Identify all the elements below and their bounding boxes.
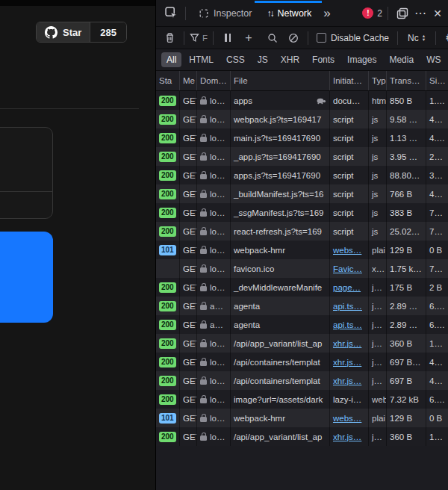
domain-cell: lo… bbox=[197, 278, 231, 297]
type-cell: htm bbox=[369, 91, 387, 110]
request-row[interactable]: 200 GET lo… /api/containers/templat xhr.… bbox=[156, 353, 448, 371]
request-row[interactable]: 200 GET lo… image?url=/assets/dark lazy-… bbox=[156, 390, 448, 409]
filter-tab-xhr[interactable]: XHR bbox=[276, 52, 305, 67]
request-row[interactable]: 200 GET lo… _app.js?ts=169417690 script … bbox=[156, 147, 448, 166]
status-cell bbox=[156, 259, 180, 278]
active-tab-indicator bbox=[255, 1, 322, 3]
type-cell: j… bbox=[369, 427, 387, 446]
error-badge-icon: ! bbox=[362, 7, 373, 19]
initiator-cell[interactable]: api.ts… bbox=[333, 320, 362, 329]
domain-text: a… bbox=[210, 320, 223, 329]
error-counter[interactable]: ! 2 bbox=[362, 7, 382, 19]
star-label: Star bbox=[63, 27, 81, 38]
initiator-cell[interactable]: webs… bbox=[333, 246, 361, 255]
request-row[interactable]: 200 GET lo… /api/app_variant/list_ap xhr… bbox=[156, 427, 448, 446]
request-row[interactable]: 200 GET lo… /api/containers/templat xhr.… bbox=[156, 371, 448, 390]
initiator-cell[interactable]: webs… bbox=[333, 414, 361, 423]
request-row[interactable]: 101 GET lo… webpack-hmr webs… plai 129 B… bbox=[156, 409, 448, 427]
separator bbox=[397, 31, 398, 45]
request-row[interactable]: 200 GET lo… /api/app_variant/list_ap xhr… bbox=[156, 334, 448, 353]
meatball-menu-button[interactable]: ⋯ bbox=[411, 4, 430, 22]
filter-tab-media[interactable]: Media bbox=[384, 52, 419, 67]
column-header[interactable]: Trans… bbox=[387, 71, 426, 90]
more-tabs-button[interactable]: » bbox=[319, 6, 335, 21]
file-text: /api/app_variant/list_ap bbox=[234, 432, 322, 441]
network-settings-button[interactable]: ⚙ bbox=[441, 29, 448, 47]
file-cell: _ssgManifest.js?ts=169 bbox=[231, 203, 330, 222]
request-row[interactable]: 200 GET lo… _buildManifest.js?ts=16 scri… bbox=[156, 184, 448, 203]
star-button-left[interactable]: Star bbox=[37, 22, 90, 42]
filter-tab-ws[interactable]: WS bbox=[421, 52, 446, 67]
request-row[interactable]: 200 GET lo… main.js?ts=169417690 script … bbox=[156, 128, 448, 147]
disable-cache-control[interactable]: Disable Cache bbox=[317, 33, 389, 43]
request-row[interactable]: 200 GET lo… _ssgManifest.js?ts=169 scrip… bbox=[156, 203, 448, 222]
method-cell: GET bbox=[180, 297, 197, 315]
disable-cache-label: Disable Cache bbox=[331, 33, 389, 43]
filter-urls-input[interactable]: F bbox=[190, 29, 208, 47]
devtools-panel: Inspector ↑↓ Network » ! 2 ⋯ ✕ F + bbox=[155, 0, 448, 490]
initiator-cell[interactable]: page… bbox=[333, 283, 361, 292]
filter-tab-js[interactable]: JS bbox=[252, 52, 273, 67]
github-star-button[interactable]: Star 285 bbox=[36, 22, 127, 43]
filter-tab-html[interactable]: HTML bbox=[184, 52, 219, 67]
disable-cache-checkbox[interactable] bbox=[317, 33, 326, 43]
column-header[interactable]: Initiat… bbox=[330, 71, 369, 90]
initiator-cell[interactable]: xhr.js… bbox=[333, 376, 361, 385]
search-button[interactable] bbox=[264, 29, 281, 47]
new-request-button[interactable]: + bbox=[240, 29, 258, 47]
domain-text: lo… bbox=[210, 339, 225, 348]
initiator-cell[interactable]: Favic… bbox=[333, 264, 362, 273]
size-cell: 0 B bbox=[426, 241, 448, 259]
lock-icon bbox=[200, 99, 207, 105]
file-text: apps bbox=[234, 96, 252, 105]
request-row[interactable]: 101 GET lo… webpack-hmr webs… plai 129 B… bbox=[156, 241, 448, 259]
request-row[interactable]: 200 GET lo… apps docu… htm 850 B 1.… bbox=[156, 91, 448, 110]
primary-blue-button[interactable] bbox=[0, 232, 53, 323]
request-row[interactable]: 200 GET lo… apps.js?ts=169417690 script … bbox=[156, 166, 448, 184]
pause-traffic-button[interactable] bbox=[219, 29, 237, 47]
transferred-cell: 766 B bbox=[387, 184, 426, 203]
filter-tab-css[interactable]: CSS bbox=[221, 52, 250, 67]
domain-text: lo… bbox=[210, 283, 225, 292]
error-count: 2 bbox=[377, 8, 382, 19]
split-console-button[interactable] bbox=[393, 4, 411, 22]
lock-icon bbox=[200, 155, 207, 161]
type-cell: js bbox=[369, 222, 387, 241]
domain-cell: lo… bbox=[197, 353, 231, 371]
lock-icon bbox=[200, 267, 207, 273]
throttling-select[interactable]: Nc ▲▼ bbox=[403, 33, 430, 43]
transferred-cell: 2.89 … bbox=[387, 297, 426, 315]
pick-element-button[interactable] bbox=[162, 4, 180, 22]
column-header[interactable]: Typ bbox=[369, 71, 387, 90]
column-header[interactable]: File bbox=[231, 71, 330, 90]
block-request-button[interactable] bbox=[284, 29, 302, 47]
type-cell: j… bbox=[369, 353, 387, 371]
filter-tab-fonts[interactable]: Fonts bbox=[307, 52, 340, 67]
column-header[interactable]: Si… bbox=[426, 71, 448, 90]
filter-tab-images[interactable]: Images bbox=[342, 52, 382, 67]
request-row[interactable]: 200 GET lo… _devMiddlewareManife page… j… bbox=[156, 278, 448, 297]
initiator-cell[interactable]: xhr.js… bbox=[333, 358, 361, 367]
request-row[interactable]: GET lo… favicon.ico Favic… x… 1.75 k… 7… bbox=[156, 259, 448, 278]
initiator-cell[interactable]: xhr.js… bbox=[333, 432, 361, 441]
tab-network[interactable]: ↑↓ Network bbox=[259, 0, 319, 26]
column-header[interactable]: Sta bbox=[156, 71, 180, 90]
request-row[interactable]: 200 GET a… agenta api.ts… j… 2.89 … 6.… bbox=[156, 315, 448, 334]
initiator-cell[interactable]: xhr.js… bbox=[333, 339, 361, 348]
request-row[interactable]: 200 GET a… agenta api.ts… j… 2.89 … 6.… bbox=[156, 297, 448, 315]
status-cell: 200 bbox=[156, 128, 180, 147]
status-badge: 200 bbox=[159, 301, 176, 311]
column-header[interactable]: Me bbox=[180, 71, 197, 90]
initiator-cell[interactable]: api.ts… bbox=[333, 302, 362, 311]
column-header[interactable]: Dom… bbox=[197, 71, 231, 90]
request-row[interactable]: 200 GET lo… webpack.js?ts=169417 script … bbox=[156, 110, 448, 128]
page-card-divider bbox=[0, 191, 52, 192]
filter-tab-all[interactable]: All bbox=[161, 52, 181, 67]
clear-requests-button[interactable] bbox=[161, 29, 178, 47]
star-count[interactable]: 285 bbox=[90, 22, 126, 42]
close-devtools-button[interactable]: ✕ bbox=[430, 4, 448, 22]
request-row[interactable]: 200 GET lo… react-refresh.js?ts=169 scri… bbox=[156, 222, 448, 241]
tab-network-label: Network bbox=[277, 8, 311, 19]
file-text: main.js?ts=169417690 bbox=[234, 134, 320, 143]
tab-inspector[interactable]: Inspector bbox=[191, 0, 259, 26]
